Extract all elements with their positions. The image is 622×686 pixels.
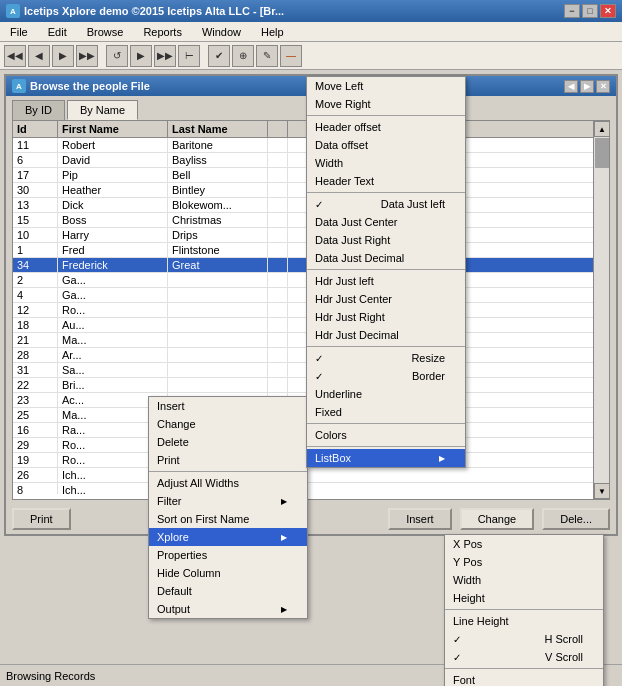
- inner-next-button[interactable]: ▶: [580, 80, 594, 93]
- toolbar-play-end[interactable]: ▶▶: [154, 45, 176, 67]
- ctx-data-offset[interactable]: Data offset: [307, 136, 465, 154]
- maximize-button[interactable]: □: [582, 4, 598, 18]
- context-menu-listbox: X Pos Y Pos Width Height Line Height H S…: [444, 534, 604, 686]
- minimize-button[interactable]: −: [564, 4, 580, 18]
- title-bar: A Icetips Xplore demo ©2015 Icetips Alta…: [0, 0, 622, 22]
- toolbar-check[interactable]: ✔: [208, 45, 230, 67]
- ctx-delete[interactable]: Delete: [149, 433, 307, 451]
- ctx-width[interactable]: Width: [307, 154, 465, 172]
- menu-browse[interactable]: Browse: [81, 24, 130, 40]
- col-header-first: First Name: [58, 121, 168, 137]
- ctx-y-pos[interactable]: Y Pos: [445, 553, 603, 571]
- ctx-hdr-just-decimal[interactable]: Hdr Just Decimal: [307, 326, 465, 344]
- ctx-hdr-just-left[interactable]: Hdr Just left: [307, 272, 465, 290]
- ctx-filter[interactable]: Filter▶: [149, 492, 307, 510]
- ctx-lb-width[interactable]: Width: [445, 571, 603, 589]
- scroll-track[interactable]: [594, 137, 609, 483]
- title-bar-buttons: − □ ✕: [564, 4, 616, 18]
- ctx-data-just-right[interactable]: Data Just Right: [307, 231, 465, 249]
- ctx-v-scroll[interactable]: V Scroll: [445, 648, 603, 666]
- ctx-data-just-decimal[interactable]: Data Just Decimal: [307, 249, 465, 267]
- ctx-sep-4: [307, 269, 465, 270]
- ctx-print[interactable]: Print: [149, 451, 307, 469]
- toolbar-add[interactable]: ⊕: [232, 45, 254, 67]
- ctx-sort[interactable]: Sort on First Name: [149, 510, 307, 528]
- ctx-hdr-just-right[interactable]: Hdr Just Right: [307, 308, 465, 326]
- delete-button[interactable]: Dele...: [542, 508, 610, 530]
- bottom-bar: Print Insert Change Dele...: [6, 504, 616, 534]
- insert-button[interactable]: Insert: [388, 508, 452, 530]
- menu-edit[interactable]: Edit: [42, 24, 73, 40]
- ctx-data-just-center[interactable]: Data Just Center: [307, 213, 465, 231]
- col-header-extra: [268, 121, 288, 137]
- toolbar-play[interactable]: ▶: [130, 45, 152, 67]
- col-header-last: Last Name: [168, 121, 268, 137]
- ctx-move-right[interactable]: Move Right: [307, 95, 465, 113]
- grid-scrollbar[interactable]: ▲ ▼: [593, 121, 609, 499]
- ctx-insert[interactable]: Insert: [149, 397, 307, 415]
- menu-bar: File Edit Browse Reports Window Help: [0, 22, 622, 42]
- ctx-sep-5: [307, 346, 465, 347]
- toolbar-refresh[interactable]: ↺: [106, 45, 128, 67]
- app-icon: A: [6, 4, 20, 18]
- menu-reports[interactable]: Reports: [137, 24, 188, 40]
- ctx-sep-1: [149, 471, 307, 472]
- ctx-data-just-left[interactable]: Data Just left: [307, 195, 465, 213]
- ctx-fixed[interactable]: Fixed: [307, 403, 465, 421]
- ctx-header-offset[interactable]: Header offset: [307, 118, 465, 136]
- toolbar-first[interactable]: ◀◀: [4, 45, 26, 67]
- menu-window[interactable]: Window: [196, 24, 247, 40]
- toolbar-last[interactable]: ▶▶: [76, 45, 98, 67]
- ctx-line-height[interactable]: Line Height: [445, 612, 603, 630]
- ctx-sep-7: [307, 446, 465, 447]
- ctx-change[interactable]: Change: [149, 415, 307, 433]
- ctx-adjust-widths[interactable]: Adjust All Widths: [149, 474, 307, 492]
- inner-title-buttons: ◀ ▶ ✕: [564, 80, 610, 93]
- ctx-output[interactable]: Output▶: [149, 600, 307, 618]
- ctx-sep-2: [307, 115, 465, 116]
- status-text: Browsing Records: [6, 670, 95, 682]
- toolbar-prev[interactable]: ◀: [28, 45, 50, 67]
- ctx-hdr-just-center[interactable]: Hdr Just Center: [307, 290, 465, 308]
- ctx-border[interactable]: Border: [307, 367, 465, 385]
- print-button[interactable]: Print: [12, 508, 71, 530]
- inner-app-icon: A: [12, 79, 26, 93]
- toolbar-next-small[interactable]: ▶: [52, 45, 74, 67]
- ctx-properties[interactable]: Properties: [149, 546, 307, 564]
- ctx-lb-height[interactable]: Height: [445, 589, 603, 607]
- table-row[interactable]: 26Ich...F: [13, 468, 609, 483]
- ctx-default[interactable]: Default: [149, 582, 307, 600]
- change-button[interactable]: Change: [460, 508, 535, 530]
- col-header-id: Id: [13, 121, 58, 137]
- ctx-resize[interactable]: Resize: [307, 349, 465, 367]
- scroll-down-button[interactable]: ▼: [594, 483, 610, 499]
- inner-close-button[interactable]: ✕: [596, 80, 610, 93]
- ctx-font[interactable]: Font: [445, 671, 603, 686]
- ctx-xplore[interactable]: Xplore▶: [149, 528, 307, 546]
- toolbar-minus[interactable]: —: [280, 45, 302, 67]
- tab-by-name[interactable]: By Name: [67, 100, 138, 120]
- scroll-up-button[interactable]: ▲: [594, 121, 610, 137]
- title-bar-text: Icetips Xplore demo ©2015 Icetips Alta L…: [24, 5, 284, 17]
- ctx-x-pos[interactable]: X Pos: [445, 535, 603, 553]
- ctx-hide-column[interactable]: Hide Column: [149, 564, 307, 582]
- ctx-move-left[interactable]: Move Left: [307, 77, 465, 95]
- toolbar-edit[interactable]: ✎: [256, 45, 278, 67]
- ctx-h-scroll[interactable]: H Scroll: [445, 630, 603, 648]
- menu-file[interactable]: File: [4, 24, 34, 40]
- ctx-listbox[interactable]: ListBox▶: [307, 449, 465, 467]
- close-button[interactable]: ✕: [600, 4, 616, 18]
- table-row[interactable]: 8Ich...F: [13, 483, 609, 494]
- ctx-header-text[interactable]: Header Text: [307, 172, 465, 190]
- ctx-sep-3: [307, 192, 465, 193]
- inner-title-text: Browse the people File: [30, 80, 150, 92]
- ctx-colors[interactable]: Colors: [307, 426, 465, 444]
- inner-prev-button[interactable]: ◀: [564, 80, 578, 93]
- toolbar-end[interactable]: ⊢: [178, 45, 200, 67]
- menu-help[interactable]: Help: [255, 24, 290, 40]
- tab-by-id[interactable]: By ID: [12, 100, 65, 120]
- ctx-underline[interactable]: Underline: [307, 385, 465, 403]
- ctx-sep-6: [307, 423, 465, 424]
- scroll-thumb[interactable]: [595, 138, 609, 168]
- context-menu-column: Move Left Move Right Header offset Data …: [306, 76, 466, 468]
